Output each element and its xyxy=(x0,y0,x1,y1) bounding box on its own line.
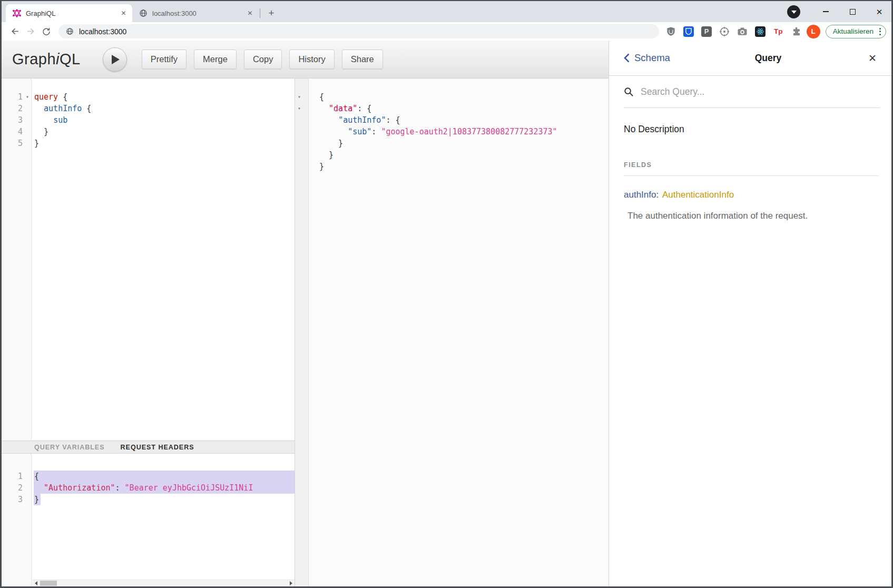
result-viewer[interactable]: ▾{▾ "data": { "authInfo": { "sub": "goog… xyxy=(295,79,609,586)
doc-search-input[interactable] xyxy=(641,86,880,97)
ublock-origin-icon[interactable] xyxy=(665,26,676,37)
browser-tabstrip: GraphiQL ✕ localhost:3000 ✕ + ✕ xyxy=(2,1,891,22)
code-line: 2 authInfo { xyxy=(2,103,295,114)
history-button[interactable]: History xyxy=(289,50,334,69)
maximize-icon xyxy=(850,9,856,15)
extensions-puzzle-icon[interactable] xyxy=(791,26,802,37)
close-icon: ✕ xyxy=(876,8,883,16)
code-line: 1▾query { xyxy=(2,91,295,103)
address-bar[interactable]: localhost:3000 xyxy=(58,24,659,38)
prettify-button[interactable]: Prettify xyxy=(142,50,187,69)
update-browser-button[interactable]: Aktualisieren xyxy=(826,25,886,38)
share-button[interactable]: Share xyxy=(342,50,383,69)
query-code: 1▾query {2 authInfo {3 sub4 }5} xyxy=(2,79,295,149)
graphiql-toolbar: GraphiQL PrettifyMergeCopyHistoryShare xyxy=(2,41,609,79)
scrollbar-thumb[interactable] xyxy=(40,581,57,586)
code-line: 3} xyxy=(2,494,295,505)
doc-search xyxy=(624,76,880,108)
react-devtools-icon[interactable] xyxy=(755,26,766,37)
copy-button[interactable]: Copy xyxy=(244,50,282,69)
search-icon xyxy=(624,87,634,97)
profile-avatar[interactable]: L xyxy=(807,25,820,38)
browser-tab-localhost[interactable]: localhost:3000 ✕ xyxy=(132,4,259,22)
horizontal-scrollbar[interactable] xyxy=(32,580,295,586)
doc-close-button[interactable]: ✕ xyxy=(866,51,879,65)
result-code: ▾{▾ "data": { "authInfo": { "sub": "goog… xyxy=(295,79,609,172)
field-colon: : xyxy=(656,190,659,200)
code-line: } xyxy=(295,149,609,161)
tab-title: GraphiQL xyxy=(26,9,119,17)
browser-window: GraphiQL ✕ localhost:3000 ✕ + ✕ xyxy=(0,0,893,588)
code-line: 5} xyxy=(2,138,295,149)
type-name-link[interactable]: AuthenticationInfo xyxy=(662,190,734,200)
scroll-left-arrow[interactable] xyxy=(32,580,40,586)
doc-explorer-header: Schema Query ✕ xyxy=(609,41,891,76)
code-line: } xyxy=(295,138,609,149)
back-button[interactable] xyxy=(7,24,23,40)
globe-icon xyxy=(66,27,74,35)
doc-title: Query xyxy=(670,53,866,64)
code-line: } xyxy=(295,161,609,172)
code-line: "authInfo": { xyxy=(295,114,609,126)
tab-title: localhost:3000 xyxy=(152,9,246,17)
window-maximize-button[interactable] xyxy=(845,4,860,19)
documentation-explorer: Schema Query ✕ No Description FIELDS aut… xyxy=(609,41,891,586)
address-url: localhost:3000 xyxy=(79,27,126,36)
chevron-left-icon xyxy=(624,53,630,63)
doc-back-label: Schema xyxy=(634,52,670,64)
window-minimize-button[interactable] xyxy=(818,4,833,19)
graphiql-app: GraphiQL PrettifyMergeCopyHistoryShare 1… xyxy=(2,41,891,586)
toolbar-buttons: PrettifyMergeCopyHistoryShare xyxy=(142,50,383,69)
tab-close-icon[interactable]: ✕ xyxy=(246,9,254,18)
doc-field-item: authInfo: AuthenticationInfo xyxy=(624,190,877,200)
code-line: 3 sub xyxy=(2,114,295,126)
scroll-right-arrow[interactable] xyxy=(287,580,295,586)
query-editor[interactable]: 1▾query {2 authInfo {3 sub4 }5} xyxy=(2,79,295,440)
browser-navbar: localhost:3000 P xyxy=(2,22,891,41)
minimize-icon xyxy=(823,11,829,12)
kebab-menu-icon[interactable] xyxy=(878,27,882,36)
bitwarden-icon[interactable] xyxy=(683,26,694,37)
camera-icon[interactable] xyxy=(737,26,748,37)
field-name-link[interactable]: authInfo xyxy=(624,190,656,200)
code-line: "sub": "google-oauth2|108377380082777232… xyxy=(295,126,609,138)
merge-button[interactable]: Merge xyxy=(194,50,237,69)
tp-icon[interactable]: Tp xyxy=(773,26,784,37)
target-icon[interactable] xyxy=(719,26,730,37)
p-extension-icon[interactable]: P xyxy=(701,26,712,37)
headers-code: 1{2 "Authorization": "Bearer eyJhbGciOiJ… xyxy=(2,454,295,505)
tab-request-headers[interactable]: REQUEST HEADERS xyxy=(121,444,194,451)
doc-back-link[interactable]: Schema xyxy=(624,52,670,64)
tab-close-icon[interactable]: ✕ xyxy=(119,9,128,18)
extension-icons: P xyxy=(665,26,802,37)
graphql-logo-icon xyxy=(12,9,21,18)
field-description: The authentication information of the re… xyxy=(627,211,877,221)
code-line: ▾{ xyxy=(295,91,609,103)
update-button-label: Aktualisieren xyxy=(833,27,874,35)
tab-divider xyxy=(260,8,260,18)
caret-down-icon xyxy=(791,11,797,14)
secondary-editor-tabs: QUERY VARIABLES REQUEST HEADERS xyxy=(2,440,295,454)
browser-tab-graphiql[interactable]: GraphiQL ✕ xyxy=(6,4,132,22)
code-line: 2 "Authorization": "Bearer eyJhbGciOiJSU… xyxy=(2,482,295,494)
window-close-button[interactable]: ✕ xyxy=(871,4,887,19)
globe-icon xyxy=(139,9,148,18)
fields-heading: FIELDS xyxy=(624,161,879,176)
forward-button[interactable] xyxy=(23,24,38,40)
type-description: No Description xyxy=(624,124,877,135)
new-tab-button[interactable]: + xyxy=(264,6,278,20)
play-icon xyxy=(112,55,120,64)
execute-query-button[interactable] xyxy=(103,47,127,72)
graphiql-logo: GraphiQL xyxy=(12,51,81,68)
code-line: 1{ xyxy=(2,471,295,482)
browser-update-indicator[interactable] xyxy=(787,5,800,18)
request-headers-editor[interactable]: 1{2 "Authorization": "Bearer eyJhbGciOiJ… xyxy=(2,454,295,586)
code-line: 4 } xyxy=(2,126,295,138)
code-line: ▾ "data": { xyxy=(295,103,609,114)
tab-query-variables[interactable]: QUERY VARIABLES xyxy=(34,444,105,451)
reload-button[interactable] xyxy=(38,24,54,40)
